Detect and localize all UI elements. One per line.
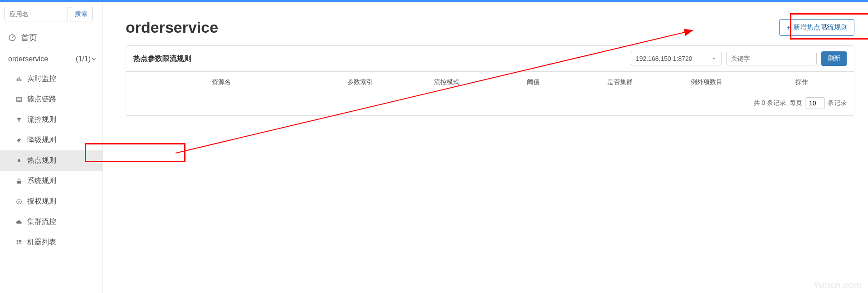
cloud-icon <box>15 219 23 225</box>
sidebar-item-label: 授权规则 <box>27 197 56 206</box>
instance-select[interactable]: 192.168.150.1:8720 <box>631 52 722 65</box>
svg-rect-10 <box>19 240 21 240</box>
sidebar-item-cluster-flow[interactable]: 集群流控 <box>0 212 102 232</box>
svg-rect-11 <box>19 241 21 242</box>
svg-rect-7 <box>17 181 21 184</box>
sidebar-item-label: 系统规则 <box>27 176 56 186</box>
search-input[interactable] <box>5 7 68 21</box>
sidebar-item-label: 集群流控 <box>27 217 56 227</box>
sidebar-item-degrade-rule[interactable]: 降级规则 <box>0 130 102 150</box>
table-header: 资源名 参数索引 流控模式 阈值 是否集群 例外项数目 操作 <box>126 72 854 93</box>
nav-group-count: (1/1) <box>76 55 91 63</box>
nav-group-header[interactable]: orderservice (1/1) <box>0 50 102 69</box>
flash-icon <box>15 137 23 144</box>
add-hotspot-rule-button[interactable]: 新增热点限流规则 <box>779 19 854 36</box>
svg-rect-1 <box>17 78 18 81</box>
sidebar-item-label: 降级规则 <box>27 135 56 145</box>
col-mode: 流控模式 <box>403 78 490 86</box>
sidebar-item-cluster-link[interactable]: 簇点链路 <box>0 89 102 109</box>
svg-rect-12 <box>17 243 19 244</box>
pager-prefix: 共 0 条记录, 每页 <box>754 99 802 107</box>
nav-group-count-wrap: (1/1) <box>76 55 97 63</box>
main: orderservice 新增热点限流规则 热点参数限流规则 192.168.1… <box>103 2 868 293</box>
sidebar-item-label: 热点规则 <box>27 156 56 165</box>
sidebar-item-auth-rule[interactable]: 授权规则 <box>0 191 102 212</box>
search-button[interactable]: 搜索 <box>70 7 93 21</box>
svg-rect-2 <box>19 77 20 81</box>
svg-point-8 <box>17 199 22 204</box>
lock-icon <box>15 178 23 184</box>
rules-panel: 热点参数限流规则 192.168.150.1:8720 刷新 资源名 参数索引 … <box>126 45 854 116</box>
watermark: Yuucn.com <box>813 280 862 290</box>
search-row: 搜索 <box>0 2 102 26</box>
svg-rect-9 <box>17 240 19 242</box>
sidebar: 搜索 首页 orderservice (1/1) 实时监控 簇点 <box>0 2 103 293</box>
check-circle-icon <box>15 199 23 205</box>
sidebar-item-hotspot-rule[interactable]: 热点规则 <box>0 150 102 171</box>
refresh-button[interactable]: 刷新 <box>821 51 847 66</box>
page-size-input[interactable] <box>805 97 825 109</box>
sidebar-item-label: 机器列表 <box>27 238 56 247</box>
nav-home[interactable]: 首页 <box>0 26 102 50</box>
panel-header: 热点参数限流规则 192.168.150.1:8720 刷新 <box>126 46 854 72</box>
filter-icon <box>15 117 23 123</box>
sidebar-item-label: 流控规则 <box>27 115 56 124</box>
instance-value: 192.168.150.1:8720 <box>636 55 692 62</box>
sidebar-item-realtime[interactable]: 实时监控 <box>0 69 102 89</box>
svg-rect-14 <box>19 243 21 244</box>
keyword-input[interactable] <box>726 52 817 65</box>
grid-icon <box>15 239 23 246</box>
col-cluster: 是否集群 <box>577 78 663 86</box>
svg-rect-3 <box>20 79 21 81</box>
sidebar-item-system-rule[interactable]: 系统规则 <box>0 171 102 191</box>
sidebar-item-label: 实时监控 <box>27 74 56 84</box>
col-index: 参数索引 <box>317 78 403 86</box>
col-resource: 资源名 <box>126 78 317 86</box>
list-icon <box>15 96 23 103</box>
page-header: orderservice 新增热点限流规则 <box>126 2 854 45</box>
caret-down-icon <box>711 56 717 61</box>
col-actions: 操作 <box>750 78 854 86</box>
sidebar-item-label: 簇点链路 <box>27 94 56 104</box>
dashboard-icon <box>8 34 16 42</box>
svg-rect-4 <box>17 97 22 101</box>
nav-home-label: 首页 <box>21 32 37 43</box>
nav-group-name: orderservice <box>8 55 48 63</box>
panel-title: 热点参数限流规则 <box>133 54 191 64</box>
add-button-label: 新增热点限流规则 <box>793 23 848 32</box>
panel-controls: 192.168.150.1:8720 刷新 <box>631 51 847 66</box>
svg-rect-13 <box>19 243 21 243</box>
chevron-down-icon <box>91 56 97 62</box>
col-exceptions: 例外项数目 <box>663 78 750 86</box>
sidebar-item-flow-rule[interactable]: 流控规则 <box>0 109 102 130</box>
col-threshold: 阈值 <box>490 78 577 86</box>
fire-icon <box>15 158 23 164</box>
page-title: orderservice <box>126 19 218 36</box>
pager: 共 0 条记录, 每页 条记录 <box>126 93 854 115</box>
sidebar-item-machine-list[interactable]: 机器列表 <box>0 232 102 253</box>
pager-suffix: 条记录 <box>828 99 847 107</box>
plus-icon <box>786 25 791 30</box>
bar-chart-icon <box>15 76 23 82</box>
